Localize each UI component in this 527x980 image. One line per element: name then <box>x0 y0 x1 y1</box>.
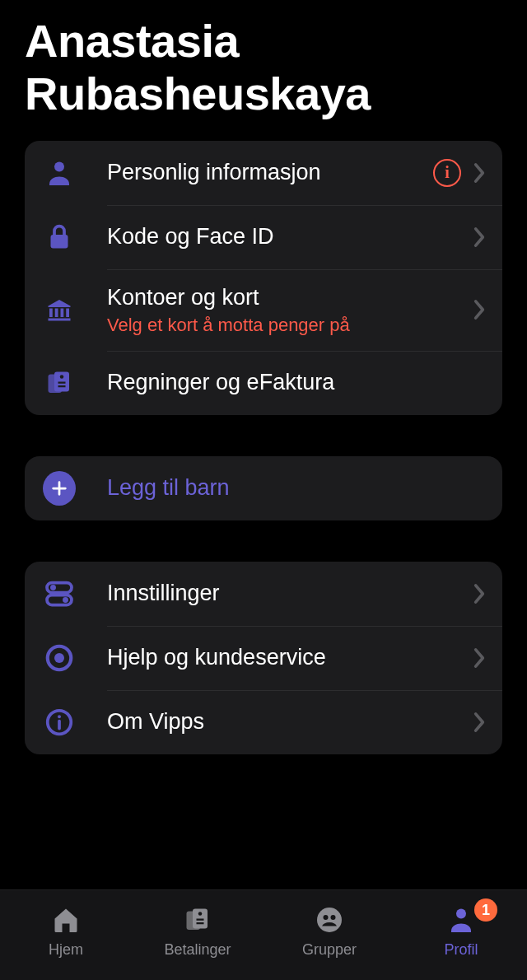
tab-label: Hjem <box>49 941 83 959</box>
account-settings-card: Personlig informasjon i Kode og Face ID <box>25 141 502 415</box>
tab-label: Profil <box>444 941 478 959</box>
chevron-right-icon <box>473 162 486 184</box>
row-bills-efaktura[interactable]: Regninger og eFaktura <box>25 351 502 415</box>
svg-rect-3 <box>55 309 58 318</box>
row-help[interactable]: Hjelp og kundeservice <box>25 626 502 690</box>
tab-badge: 1 <box>474 898 497 922</box>
row-label: Innstillinger <box>107 580 473 608</box>
row-settings[interactable]: Innstillinger <box>25 562 502 626</box>
svg-point-19 <box>58 715 61 718</box>
row-label: Kode og Face ID <box>107 223 473 251</box>
row-label: Om Vipps <box>107 708 473 736</box>
svg-point-9 <box>60 375 64 379</box>
tab-payments[interactable]: Betalinger <box>132 903 264 959</box>
svg-rect-11 <box>58 385 66 387</box>
row-personal-info[interactable]: Personlig informasjon i <box>25 141 502 205</box>
svg-rect-4 <box>61 309 64 318</box>
person-icon <box>43 156 76 189</box>
info-icon <box>43 706 76 739</box>
bills-icon <box>43 366 76 399</box>
svg-point-28 <box>456 909 466 919</box>
row-label: Kontoer og kort <box>107 284 473 312</box>
row-code-faceid[interactable]: Kode og Face ID <box>25 205 502 269</box>
svg-point-0 <box>54 161 64 171</box>
row-add-child[interactable]: Legg til barn <box>25 456 502 520</box>
svg-point-13 <box>50 585 56 590</box>
payments-icon <box>181 903 214 936</box>
svg-point-15 <box>63 597 68 603</box>
svg-rect-6 <box>49 319 71 321</box>
row-about[interactable]: Om Vipps <box>25 690 502 754</box>
svg-point-17 <box>54 653 64 663</box>
plus-icon <box>43 472 76 505</box>
svg-rect-24 <box>197 922 204 924</box>
row-label: Personlig informasjon <box>107 159 433 187</box>
svg-rect-5 <box>66 309 69 318</box>
tab-home[interactable]: Hjem <box>0 903 132 959</box>
chevron-right-icon <box>473 712 486 733</box>
row-label: Legg til barn <box>107 474 486 502</box>
svg-rect-23 <box>197 919 204 921</box>
row-label: Regninger og eFaktura <box>107 369 486 397</box>
row-sublabel: Velg et kort å motta penger på <box>107 315 473 336</box>
support-card: Innstillinger Hjelp og kundeservice <box>25 562 502 754</box>
chevron-right-icon <box>473 583 486 604</box>
chevron-right-icon <box>473 226 486 248</box>
svg-rect-2 <box>49 309 53 318</box>
row-accounts-cards[interactable]: Kontoer og kort Velg et kort å motta pen… <box>25 269 502 351</box>
help-icon <box>43 642 76 674</box>
tab-label: Betalinger <box>164 941 231 959</box>
groups-icon <box>313 903 346 936</box>
tab-bar: Hjem Betalinger Grupper Profil 1 <box>0 889 527 980</box>
chevron-right-icon <box>473 647 486 669</box>
bank-icon <box>43 293 76 326</box>
tab-profile[interactable]: Profil 1 <box>395 903 527 959</box>
svg-point-26 <box>324 915 329 920</box>
add-child-card: Legg til barn <box>25 456 502 520</box>
home-icon <box>49 903 82 936</box>
page-title: Anastasia Rubasheuskaya <box>25 15 502 121</box>
toggles-icon <box>43 577 76 610</box>
svg-rect-10 <box>58 381 66 383</box>
svg-point-22 <box>198 912 203 916</box>
tab-label: Grupper <box>302 941 357 959</box>
svg-point-27 <box>331 915 336 920</box>
lock-icon <box>43 221 76 254</box>
tab-groups[interactable]: Grupper <box>264 903 395 959</box>
chevron-right-icon <box>473 299 486 320</box>
svg-rect-1 <box>51 235 68 249</box>
profile-icon <box>445 903 478 936</box>
svg-point-25 <box>317 908 342 932</box>
alert-info-icon: i <box>433 159 461 187</box>
row-label: Hjelp og kundeservice <box>107 644 473 672</box>
